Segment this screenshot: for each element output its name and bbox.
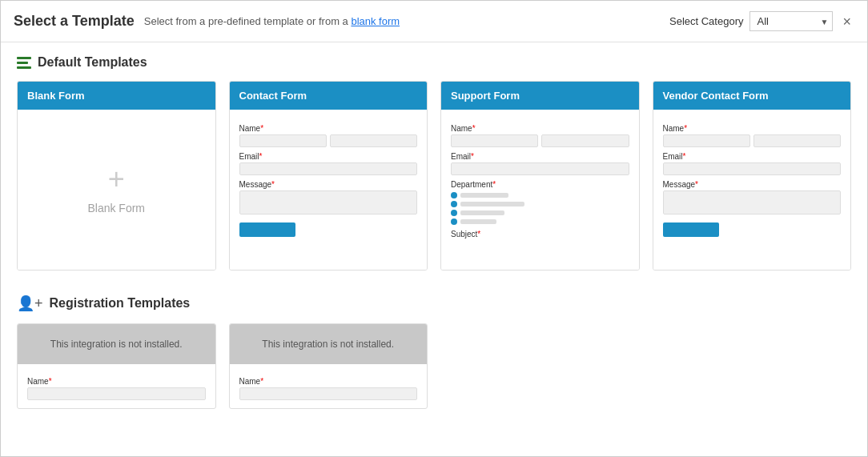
support-name-label: Name* — [451, 124, 629, 133]
header-right: Select Category All Default Registration… — [669, 11, 854, 31]
support-department-label: Department* — [451, 180, 629, 189]
category-select[interactable]: All Default Registration — [749, 11, 833, 31]
vendor-message-label: Message* — [663, 180, 842, 189]
blank-form-link[interactable]: blank form — [351, 15, 400, 27]
reg1-name-label: Name* — [27, 377, 206, 386]
vendor-form-card-header: Vendor Contact Form — [653, 82, 851, 110]
registration-section-title: Registration Templates — [50, 296, 191, 311]
contact-form-card-body: Name* Email* Message* — [230, 110, 428, 270]
contact-form-card[interactable]: Contact Form Name* Email* Message* — [229, 81, 428, 271]
blank-form-card-header: Blank Form — [18, 82, 215, 110]
blank-form-card-body: + Blank Form — [18, 110, 215, 270]
close-button[interactable]: × — [839, 14, 854, 29]
support-name-row — [451, 134, 629, 147]
vendor-name-label: Name* — [663, 124, 842, 133]
integration-banner-1: This integration is not installed. — [18, 324, 215, 364]
support-radio-item-3 — [451, 210, 629, 216]
reg1-name-input — [27, 387, 206, 400]
radio-dot-1 — [451, 192, 457, 198]
subtitle-text: Select from a pre-defined template or fr… — [144, 15, 352, 27]
select-category-label: Select Category — [669, 15, 744, 27]
support-email-label: Email* — [451, 152, 629, 161]
support-radio-item-1 — [451, 192, 629, 198]
support-radio-item-2 — [451, 201, 629, 207]
contact-message-label: Message* — [239, 180, 418, 189]
blank-form-label: Blank Form — [87, 202, 145, 214]
radio-line-4 — [460, 219, 496, 224]
vendor-name-row — [663, 134, 842, 147]
person-add-icon: 👤+ — [17, 295, 43, 312]
contact-name-last — [330, 134, 417, 147]
support-department-radio-list — [451, 192, 629, 225]
radio-dot-2 — [451, 201, 457, 207]
modal-header: Select a Template Select from a pre-defi… — [1, 1, 867, 42]
contact-form-card-header: Contact Form — [230, 82, 428, 110]
radio-line-1 — [460, 193, 508, 198]
plus-icon: + — [108, 165, 125, 194]
contact-message-textarea — [239, 190, 418, 214]
integration-card-2[interactable]: This integration is not installed. Name* — [229, 323, 428, 409]
support-name-last — [541, 134, 629, 147]
blank-form-card[interactable]: Blank Form + Blank Form — [17, 81, 216, 271]
contact-email-input — [239, 162, 418, 175]
vendor-form-card[interactable]: Vendor Contact Form Name* Email* Message… — [653, 81, 852, 271]
contact-name-row — [239, 134, 418, 147]
vendor-form-card-body: Name* Email* Message* — [653, 110, 851, 270]
integration-card-body-2: Name* — [230, 364, 428, 408]
modal-title: Select a Template — [14, 13, 135, 30]
default-templates-grid: Blank Form + Blank Form Contact Form Nam… — [17, 81, 851, 271]
radio-dot-3 — [451, 210, 457, 216]
vendor-message-textarea — [663, 190, 842, 214]
vendor-name-first — [663, 134, 750, 147]
contact-email-label: Email* — [239, 152, 418, 161]
reg2-name-input — [239, 387, 418, 400]
support-radio-item-4 — [451, 218, 629, 225]
support-email-dropdown — [451, 162, 629, 175]
support-subject-label: Subject* — [451, 230, 629, 239]
radio-line-3 — [460, 210, 504, 215]
modal-body: Default Templates Blank Form + Blank For… — [1, 42, 867, 456]
vendor-name-last — [753, 134, 841, 147]
integration-card-1[interactable]: This integration is not installed. Name* — [17, 323, 216, 409]
support-form-card-header: Support Form — [441, 82, 639, 110]
category-select-wrapper[interactable]: All Default Registration — [749, 11, 833, 31]
vendor-email-label: Email* — [663, 152, 842, 161]
radio-dot-4 — [451, 218, 457, 225]
contact-name-label: Name* — [239, 124, 418, 133]
support-name-first — [451, 134, 538, 147]
hamburger-icon — [17, 57, 31, 69]
default-section-header: Default Templates — [17, 55, 851, 70]
integration-card-body-1: Name* — [18, 364, 215, 408]
contact-name-first — [239, 134, 327, 147]
radio-line-2 — [460, 202, 524, 206]
default-section-title: Default Templates — [38, 55, 147, 70]
support-form-card[interactable]: Support Form Name* Email* Department* — [440, 81, 640, 271]
contact-submit-btn — [239, 222, 295, 237]
registration-templates-grid: This integration is not installed. Name*… — [17, 323, 851, 409]
integration-banner-2: This integration is not installed. — [230, 324, 428, 364]
reg2-name-label: Name* — [239, 377, 418, 386]
registration-section-header: 👤+ Registration Templates — [17, 295, 851, 312]
support-form-card-body: Name* Email* Department* — [441, 110, 639, 270]
modal-subtitle: Select from a pre-defined template or fr… — [144, 15, 400, 27]
modal-container: Select a Template Select from a pre-defi… — [0, 0, 868, 457]
vendor-email-input — [663, 162, 842, 175]
vendor-submit-btn — [663, 222, 719, 237]
